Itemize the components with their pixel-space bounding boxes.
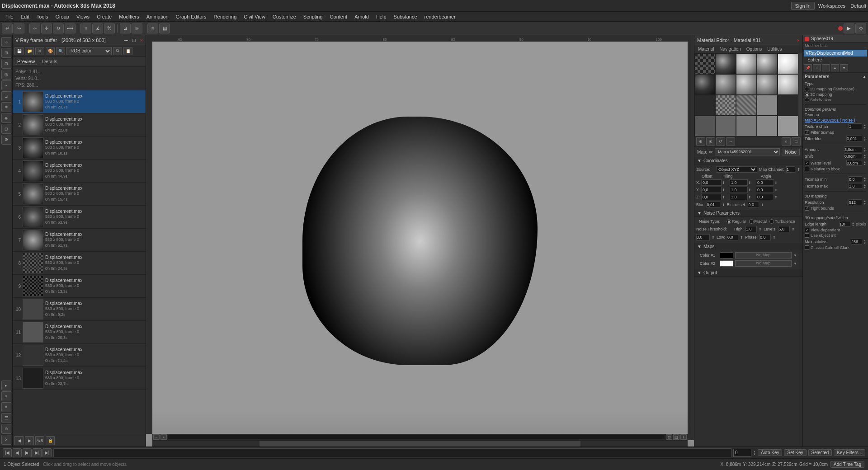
texmap-link-text[interactable]: Map #1459282001 ( Noise ) bbox=[805, 118, 855, 122]
menu-create[interactable]: Create bbox=[93, 13, 115, 20]
edge-length-input[interactable] bbox=[839, 221, 850, 227]
zoom-in-btn[interactable]: + bbox=[160, 434, 167, 440]
mat-sphere-11[interactable] bbox=[694, 95, 715, 116]
tool-link[interactable]: ⊞ bbox=[1, 48, 11, 58]
rtb-pin[interactable]: 📌 bbox=[804, 64, 812, 71]
menu-graph-editors[interactable]: Graph Editors bbox=[172, 13, 210, 20]
mapping-3d-radio[interactable] bbox=[805, 92, 809, 97]
history-item-2[interactable]: 2 Displacement.max 583 x 800, frame 00h … bbox=[13, 113, 146, 136]
mat-sphere-16[interactable] bbox=[694, 116, 715, 136]
mat-delete-btn[interactable]: ⊗ bbox=[706, 137, 715, 146]
set-key-btn[interactable]: Set Key bbox=[784, 449, 806, 456]
zoom-track[interactable] bbox=[168, 435, 665, 439]
texmap-max-spinner[interactable]: ▲ ▼ bbox=[863, 183, 866, 189]
rtb-delete[interactable]: − bbox=[822, 64, 830, 71]
edge-length-spinner[interactable]: ▲ ▼ bbox=[852, 221, 854, 227]
frame-spinner[interactable]: ▲ ▼ bbox=[753, 450, 756, 456]
redo-btn[interactable]: ↪ bbox=[14, 24, 24, 33]
blur-input[interactable] bbox=[707, 202, 720, 208]
mat-sphere-2[interactable] bbox=[715, 53, 736, 74]
render-btn[interactable]: ▶ bbox=[844, 24, 854, 33]
next-frame-btn[interactable]: ▶| bbox=[33, 448, 42, 457]
low-input[interactable] bbox=[727, 234, 738, 240]
tool-extra1[interactable]: ▸ bbox=[1, 381, 11, 390]
shift-input[interactable] bbox=[844, 153, 862, 159]
zoom-out-btn[interactable]: − bbox=[153, 434, 160, 440]
vfb-lock-btn[interactable]: 🔒 bbox=[46, 436, 55, 445]
z-tiling[interactable] bbox=[730, 194, 748, 200]
color2-map[interactable]: No Map bbox=[735, 260, 792, 267]
menu-rendering[interactable]: Rendering bbox=[210, 13, 241, 20]
tool-pivot[interactable]: ◎ bbox=[1, 70, 11, 80]
mat-close[interactable]: × bbox=[797, 38, 800, 43]
angle-snap-btn[interactable]: ∡ bbox=[92, 24, 103, 33]
x-offset[interactable] bbox=[701, 179, 722, 186]
vfb-maximize[interactable]: □ bbox=[132, 38, 136, 43]
details-tab[interactable]: Details bbox=[40, 58, 59, 65]
selected-btn[interactable]: Selected bbox=[808, 449, 832, 456]
color2-arrow[interactable]: ▼ bbox=[793, 262, 797, 266]
history-item-6[interactable]: 6 Displacement.max 583 x 800, frame 00h … bbox=[13, 206, 146, 229]
tight-bounds-row[interactable]: ✓ Tight bounds bbox=[805, 206, 866, 211]
map-name-dropdown[interactable]: Map #1459282001 bbox=[715, 148, 780, 155]
resolution-spinner[interactable]: ▲ ▼ bbox=[863, 200, 866, 205]
tool-display[interactable]: ◻ bbox=[1, 124, 11, 134]
vfb-copy[interactable]: ⧉ bbox=[113, 47, 122, 55]
mat-sphere-10[interactable] bbox=[778, 74, 798, 95]
vfb-save[interactable]: 💾 bbox=[14, 47, 24, 55]
vfb-paste[interactable]: 📋 bbox=[123, 47, 132, 55]
mat-sphere-9[interactable] bbox=[757, 74, 778, 95]
texture-chan-spinner[interactable]: ▲ ▼ bbox=[863, 124, 866, 129]
scrollbar-bottom[interactable] bbox=[152, 440, 688, 446]
mapping-2d-radio[interactable] bbox=[805, 87, 809, 91]
vfb-clear[interactable]: ✕ bbox=[35, 47, 44, 55]
sign-in-button[interactable]: Sign In bbox=[791, 2, 815, 10]
vfb-color[interactable]: 🎨 bbox=[46, 47, 55, 55]
menu-modifiers[interactable]: Modifiers bbox=[115, 13, 143, 20]
map-type-btn[interactable]: Noise bbox=[782, 149, 800, 155]
menu-group[interactable]: Group bbox=[52, 13, 73, 20]
filter-texmap-check[interactable]: ✓ bbox=[805, 130, 809, 135]
history-item-4[interactable]: 4 Displacement.max 583 x 800, frame 00h … bbox=[13, 160, 146, 183]
history-item-3[interactable]: 3 Displacement.max 583 x 800, frame 00h … bbox=[13, 136, 146, 160]
select-btn[interactable]: ⊹ bbox=[29, 24, 40, 33]
play-btn[interactable]: ▶ bbox=[23, 448, 32, 457]
history-item-13[interactable]: 13 Displacement.max 583 x 800, frame 00h… bbox=[13, 367, 146, 390]
output-header[interactable]: ▼ Output bbox=[694, 269, 802, 277]
mat-sphere-20[interactable] bbox=[778, 116, 798, 136]
noise-fractal-option[interactable]: Fractal bbox=[749, 219, 767, 224]
source-dropdown[interactable]: Object XYZ bbox=[716, 166, 757, 173]
vfb-open[interactable]: 📁 bbox=[25, 47, 34, 55]
mapping-3d-option[interactable]: 3D mapping bbox=[805, 92, 866, 97]
menu-tools[interactable]: Tools bbox=[33, 13, 52, 20]
rtb-move-down[interactable]: ▼ bbox=[840, 64, 848, 71]
vfb-history-btn[interactable]: ◀ bbox=[14, 436, 24, 445]
turbulence-radio[interactable] bbox=[769, 219, 774, 224]
vfb-zoom[interactable]: 🔍 bbox=[56, 47, 65, 55]
z-angle[interactable] bbox=[756, 194, 774, 200]
vfb-close[interactable]: × bbox=[140, 38, 143, 43]
prev-frame-btn[interactable]: ◀ bbox=[13, 448, 22, 457]
add-time-tag-btn[interactable]: Add Time Tag bbox=[830, 461, 864, 468]
texmap-max-input[interactable] bbox=[849, 183, 862, 189]
resolution-input[interactable] bbox=[849, 199, 862, 205]
menu-views[interactable]: Views bbox=[73, 13, 93, 20]
mat-sphere-7[interactable] bbox=[715, 74, 736, 95]
tool-extra4[interactable]: ☰ bbox=[1, 413, 11, 423]
tool-select[interactable]: ⊹ bbox=[1, 37, 11, 47]
menu-file[interactable]: File bbox=[2, 13, 17, 20]
map-icon[interactable]: ✏ bbox=[709, 149, 713, 155]
subdivision-option[interactable]: Subdivision bbox=[805, 97, 866, 103]
classic-catmull-row[interactable]: Classic Catmull-Clark bbox=[805, 245, 866, 250]
tool-bind[interactable]: ⊡ bbox=[1, 59, 11, 69]
mapping-2d-option[interactable]: 2D mapping (landscape) bbox=[805, 86, 866, 92]
color2-swatch[interactable] bbox=[720, 260, 733, 267]
render-settings-btn[interactable]: ⚙ bbox=[855, 24, 866, 33]
vfb-color-mode[interactable]: RGB color bbox=[66, 47, 112, 55]
fit-btn[interactable]: ⊡ bbox=[666, 434, 672, 440]
mat-menu-navigation[interactable]: Navigation bbox=[718, 46, 743, 52]
color1-arrow[interactable]: ▼ bbox=[793, 254, 797, 258]
noise-turbulence-option[interactable]: Turbulence bbox=[769, 219, 795, 224]
align-btn[interactable]: ⊪ bbox=[132, 24, 142, 33]
noise-params-header[interactable]: ▼ Noise Parameters bbox=[694, 210, 802, 217]
